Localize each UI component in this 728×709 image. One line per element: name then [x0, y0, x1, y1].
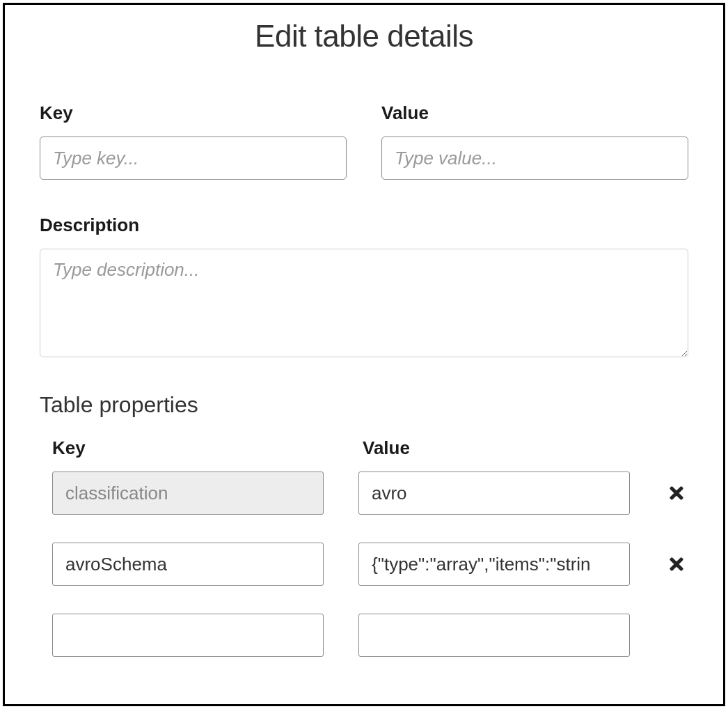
cutoff-region	[40, 61, 688, 75]
prop-value-input[interactable]	[358, 614, 630, 657]
delete-property-button[interactable]	[665, 552, 688, 576]
table-property-row	[52, 472, 688, 515]
close-icon	[667, 554, 686, 574]
edit-table-details-dialog: Edit table details Key Value Description…	[3, 3, 725, 706]
value-input[interactable]	[381, 137, 688, 180]
prop-key-label: Key	[52, 437, 86, 458]
prop-key-input[interactable]	[52, 543, 324, 586]
prop-key-input[interactable]	[52, 614, 324, 657]
table-property-row	[52, 543, 688, 586]
prop-key-input[interactable]	[52, 472, 324, 515]
prop-value-input[interactable]	[358, 472, 630, 515]
kv-section: Key Value	[40, 102, 688, 180]
table-properties-block: Key Value	[40, 437, 688, 657]
description-textarea[interactable]	[40, 249, 688, 357]
prop-value-label: Value	[363, 437, 410, 458]
key-label: Key	[40, 102, 347, 124]
table-properties-heading: Table properties	[40, 392, 688, 418]
key-input[interactable]	[40, 137, 347, 180]
prop-value-input[interactable]	[358, 543, 630, 586]
description-label: Description	[40, 215, 688, 236]
value-label: Value	[381, 102, 688, 124]
description-section: Description	[40, 215, 688, 357]
dialog-title: Edit table details	[40, 19, 688, 54]
delete-property-button[interactable]	[665, 481, 688, 505]
table-property-row	[52, 614, 688, 657]
close-icon	[667, 483, 686, 503]
